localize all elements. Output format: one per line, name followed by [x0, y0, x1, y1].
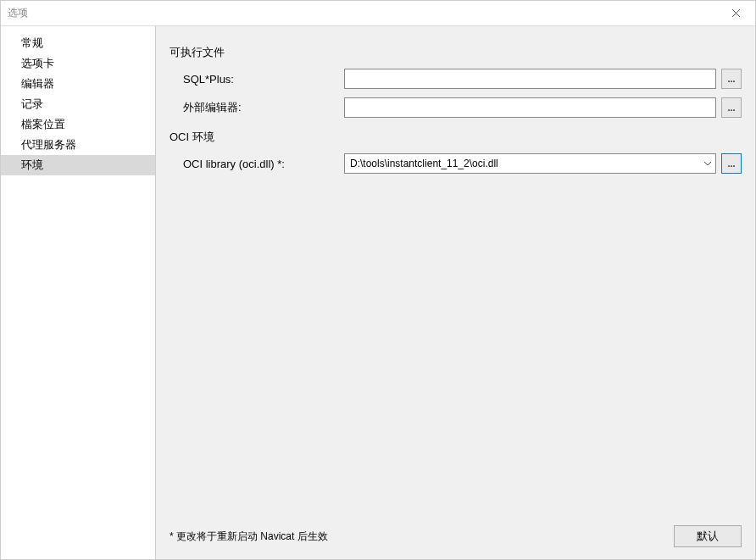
chevron-down-icon	[703, 161, 712, 166]
row-oci-library: OCI library (oci.dll) *: D:\tools\instan…	[170, 153, 742, 174]
sidebar-item-editor[interactable]: 编辑器	[1, 74, 155, 94]
combo-oci-library[interactable]: D:\tools\instantclient_11_2\oci.dll	[344, 153, 716, 174]
content-panel: 可执行文件 SQL*Plus: ... 外部编辑器: ... OCI 环境 OC…	[156, 26, 755, 559]
window-title: 选项	[8, 6, 28, 20]
footer-note: * 更改将于重新启动 Navicat 后生效	[170, 530, 328, 544]
browse-oci-library-button[interactable]: ...	[721, 153, 742, 174]
browse-sqlplus-button[interactable]: ...	[721, 69, 742, 89]
sidebar-item-records[interactable]: 记录	[1, 94, 155, 114]
sidebar-item-file-location[interactable]: 檔案位置	[1, 114, 155, 135]
combo-oci-library-value: D:\tools\instantclient_11_2\oci.dll	[350, 158, 498, 169]
sidebar-item-tabs[interactable]: 选项卡	[1, 53, 155, 74]
dialog-body: 常规 选项卡 编辑器 记录 檔案位置 代理服务器 环境 可执行文件 SQL*Pl…	[1, 26, 755, 559]
section-executables-header: 可执行文件	[170, 45, 742, 60]
sidebar-item-environment[interactable]: 环境	[1, 155, 155, 175]
label-oci-library: OCI library (oci.dll) *:	[183, 158, 344, 170]
sidebar: 常规 选项卡 编辑器 记录 檔案位置 代理服务器 环境	[1, 26, 156, 559]
titlebar: 选项	[1, 1, 755, 26]
input-external-editor[interactable]	[344, 97, 716, 118]
sidebar-item-general[interactable]: 常规	[1, 33, 155, 53]
label-sqlplus: SQL*Plus:	[183, 73, 344, 86]
browse-external-editor-button[interactable]: ...	[721, 97, 742, 118]
close-icon	[731, 8, 741, 18]
input-sqlplus[interactable]	[344, 69, 716, 89]
label-external-editor: 外部编辑器:	[183, 100, 344, 115]
section-oci-header: OCI 环境	[170, 130, 742, 145]
close-button[interactable]	[723, 5, 748, 22]
footer: * 更改将于重新启动 Navicat 后生效 默认	[170, 517, 742, 549]
row-external-editor: 外部编辑器: ...	[170, 97, 742, 118]
row-sqlplus: SQL*Plus: ...	[170, 69, 742, 89]
default-button[interactable]: 默认	[674, 525, 742, 547]
options-dialog: 选项 常规 选项卡 编辑器 记录 檔案位置 代理服务器 环境 可执行文件 SQL…	[0, 0, 756, 560]
sidebar-item-proxy[interactable]: 代理服务器	[1, 135, 155, 155]
